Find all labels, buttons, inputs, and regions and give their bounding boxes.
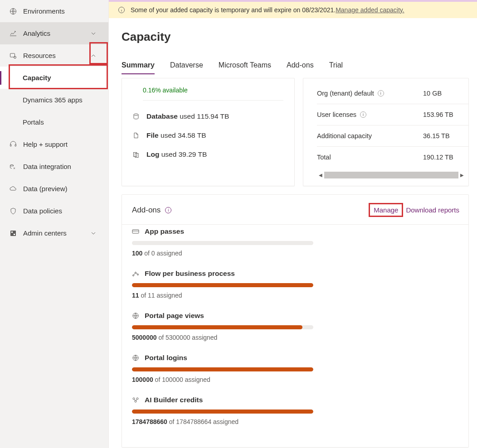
headset-icon <box>9 141 17 148</box>
addon-item: App passes100 of 0 assigned <box>132 227 458 257</box>
svg-rect-4 <box>15 145 16 146</box>
info-banner: Some of your added capacity is temporary… <box>109 2 477 18</box>
download-reports-link[interactable]: Download reports <box>406 206 459 214</box>
capacity-sources-card: Org (tenant) defaulti 10 GB User license… <box>303 78 469 186</box>
row-value: 36.15 TB <box>423 132 468 140</box>
database-icon <box>133 113 140 120</box>
ai-icon <box>132 397 139 403</box>
sidebar-subitem-capacity[interactable]: Capacity <box>0 67 108 89</box>
addon-caption: 100000 of 100000 assigned <box>132 376 458 383</box>
info-icon[interactable]: i <box>378 90 384 96</box>
usage-row-file: File used 34.58 TB <box>133 130 284 149</box>
sidebar-item-datapreview[interactable]: Data (preview) <box>0 178 108 200</box>
progress-bar <box>132 409 313 414</box>
sidebar-item-label: Capacity <box>23 74 51 82</box>
file-icon <box>133 132 140 139</box>
addon-name: Flow per business process <box>145 270 235 278</box>
horizontal-scrollbar[interactable]: ◀ ▶ <box>317 170 468 179</box>
addon-item: Portal page views5000000 of 5300000 assi… <box>132 312 458 341</box>
info-icon[interactable]: i <box>165 207 171 213</box>
scroll-left-icon[interactable]: ◀ <box>317 173 324 178</box>
sidebar-subitem-d365[interactable]: Dynamics 365 apps <box>0 89 108 111</box>
globe-icon <box>132 354 139 361</box>
addon-name: Portal page views <box>145 312 204 320</box>
sidebar-item-dataintegration[interactable]: Data integration <box>0 155 108 178</box>
sidebar-item-label: Data (preview) <box>23 185 102 193</box>
log-icon <box>133 151 140 158</box>
tab-addons[interactable]: Add-ons <box>287 58 314 74</box>
sidebar-item-datapolicies[interactable]: Data policies <box>0 200 108 222</box>
row-value: 190.12 TB <box>423 154 468 161</box>
divider <box>143 100 283 101</box>
row-label: User licenses <box>317 111 356 118</box>
chart-icon <box>9 30 17 37</box>
sidebar-item-label: Resources <box>23 52 91 59</box>
data-integration-icon <box>9 163 17 170</box>
sidebar-item-label: Admin centers <box>23 229 91 237</box>
table-row: Additional capacity 36.15 TB <box>317 125 468 147</box>
svg-point-5 <box>10 164 14 166</box>
flow-icon <box>132 270 139 277</box>
addon-item: Flow per business process11 of 11 assign… <box>132 270 458 299</box>
addon-caption: 1784788660 of 1784788664 assigned <box>132 418 458 425</box>
globe-icon <box>132 312 139 319</box>
addon-item: AI Builder credits1784788660 of 17847886… <box>132 396 458 425</box>
sidebar-item-label: Data policies <box>23 207 102 215</box>
usage-name: Database <box>146 112 178 120</box>
svg-rect-8 <box>14 234 15 235</box>
progress-bar <box>132 367 313 371</box>
usage-value: used 34.58 TB <box>159 131 206 139</box>
highlight-box: Manage <box>369 203 403 217</box>
app-icon <box>9 230 17 237</box>
usage-row-database: Database used 115.94 TB <box>133 111 284 130</box>
addon-item: Portal logins100000 of 100000 assigned <box>132 354 458 383</box>
chevron-up-icon <box>91 53 102 58</box>
tabs: Summary Dataverse Microsoft Teams Add-on… <box>122 58 469 74</box>
svg-point-20 <box>136 398 138 400</box>
progress-bar <box>132 325 313 329</box>
tab-dataverse[interactable]: Dataverse <box>170 58 203 74</box>
sidebar-item-environments[interactable]: Environments <box>0 0 108 22</box>
shield-icon <box>9 207 17 215</box>
usage-value: used 39.29 TB <box>159 150 207 158</box>
row-label: Additional capacity <box>317 132 372 140</box>
sidebar-item-label: Analytics <box>23 29 91 37</box>
banner-link[interactable]: Manage added capacity. <box>336 6 404 14</box>
addon-caption: 11 of 11 assigned <box>132 292 458 299</box>
manage-link[interactable]: Manage <box>374 206 398 214</box>
scroll-track[interactable] <box>324 172 458 178</box>
banner-text: Some of your added capacity is temporary… <box>131 6 336 14</box>
addon-caption: 5000000 of 5300000 assigned <box>132 334 458 341</box>
info-icon <box>118 6 125 14</box>
tab-trial[interactable]: Trial <box>329 58 343 74</box>
sidebar-item-analytics[interactable]: Analytics <box>0 22 108 44</box>
usage-row-log: Log used 39.29 TB <box>133 149 284 159</box>
sidebar-item-help[interactable]: Help + support <box>0 133 108 155</box>
svg-rect-13 <box>132 230 139 233</box>
sidebar-item-admincenters[interactable]: Admin centers <box>0 222 108 244</box>
sidebar-item-label: Portals <box>23 118 44 126</box>
main-content: Some of your added capacity is temporary… <box>109 0 477 448</box>
usage-name: Log <box>146 150 159 158</box>
cloud-icon <box>9 185 17 193</box>
chevron-down-icon <box>91 31 102 36</box>
progress-bar <box>132 241 313 245</box>
addon-name: App passes <box>145 227 184 236</box>
tab-summary[interactable]: Summary <box>122 58 155 74</box>
info-icon[interactable]: i <box>360 111 366 118</box>
addons-card: Add-ons i Manage Download reports App pa… <box>122 194 469 448</box>
resources-icon <box>9 52 17 59</box>
usage-value: used 115.94 TB <box>178 112 229 120</box>
table-row: User licensesi 153.96 TB <box>317 104 468 125</box>
sidebar-item-label: Help + support <box>23 140 102 148</box>
sidebar-item-resources[interactable]: Resources <box>0 44 108 67</box>
sidebar-subitem-portals[interactable]: Portals <box>0 111 108 133</box>
row-label: Total <box>317 154 331 161</box>
page-title: Capacity <box>122 30 469 44</box>
tab-teams[interactable]: Microsoft Teams <box>219 58 271 74</box>
scroll-right-icon[interactable]: ▶ <box>458 173 466 178</box>
table-row-total: Total 190.12 TB <box>317 147 468 168</box>
usage-name: File <box>146 131 159 139</box>
sidebar-item-label: Data integration <box>23 163 102 170</box>
svg-point-19 <box>133 398 135 400</box>
